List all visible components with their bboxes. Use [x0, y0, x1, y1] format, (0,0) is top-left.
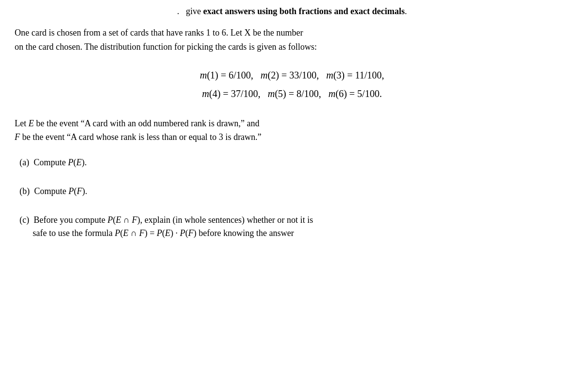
header-suffix: .	[405, 6, 407, 16]
intro-line1: One card is chosen from a set of cards t…	[15, 28, 303, 38]
part-b-label: (b) Compute P(F).	[19, 186, 87, 196]
dist-m4: m(4) = 37/100, m(5) = 8/100, m(6) = 5/10…	[202, 88, 382, 99]
intro-paragraph: One card is chosen from a set of cards t…	[15, 26, 569, 54]
header-dot: .	[177, 6, 186, 16]
dist-m1: m(1) = 6/100, m(2) = 33/100, m(3) = 11/1…	[200, 70, 384, 80]
part-a-label: (a) Compute P(E).	[19, 157, 87, 167]
events-paragraph: Let E be the event “A card with an odd n…	[15, 117, 569, 145]
distribution-line2: m(4) = 37/100, m(5) = 8/100, m(6) = 5/10…	[15, 84, 569, 103]
part-c-content: (c) Before you compute P(E ∩ F), explain…	[19, 215, 313, 238]
events-line2: F be the event “A card whose rank is les…	[15, 132, 261, 142]
intro-line2: on the card chosen. The distribution fun…	[15, 42, 317, 52]
part-b: (b) Compute P(F).	[15, 185, 569, 198]
header-prefix: give	[186, 6, 203, 16]
distribution-block: m(1) = 6/100, m(2) = 33/100, m(3) = 11/1…	[15, 66, 569, 103]
header-line: . give exact answers using both fraction…	[15, 5, 569, 18]
header-bold: exact answers using both fractions and e…	[203, 6, 405, 16]
part-a: (a) Compute P(E).	[15, 156, 569, 169]
distribution-line1: m(1) = 6/100, m(2) = 33/100, m(3) = 11/1…	[15, 66, 569, 84]
events-line1: Let E be the event “A card with an odd n…	[15, 118, 259, 128]
part-c: (c) Before you compute P(E ∩ F), explain…	[15, 214, 569, 240]
